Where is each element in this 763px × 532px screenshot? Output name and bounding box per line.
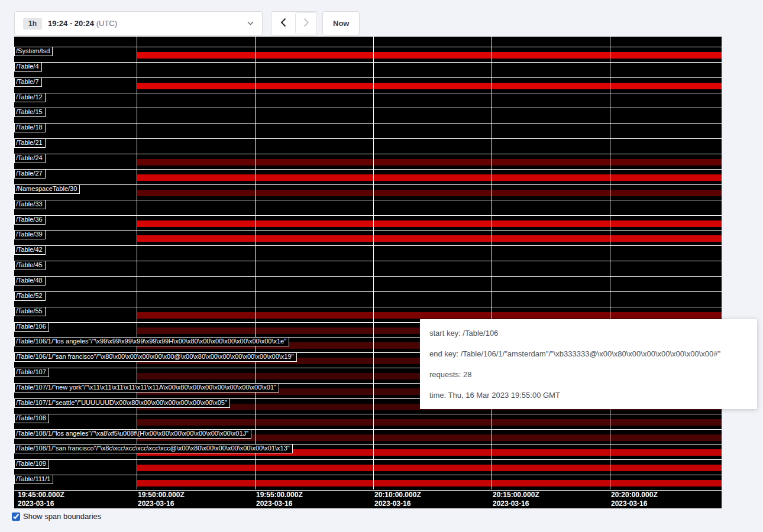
- span-boundary-line: [14, 291, 722, 292]
- heatmap-band[interactable]: [137, 419, 722, 426]
- heatmap-band[interactable]: [137, 465, 722, 471]
- span-boundary-line: [14, 154, 722, 154]
- tooltip-line: requests: 28: [420, 364, 757, 385]
- span-boundary-line: [14, 261, 722, 261]
- chevron-right-icon: [303, 18, 309, 29]
- span-label: /System/tsd: [14, 47, 53, 56]
- hover-tooltip: start key: /Table/106end key: /Table/106…: [420, 319, 757, 409]
- span-label: /Table/27: [14, 169, 46, 179]
- heatmap-band[interactable]: [137, 190, 722, 196]
- time-axis-label: 20:20:00.000Z2023-03-16: [611, 491, 658, 508]
- span-boundary-line: [14, 62, 722, 63]
- span-boundary-line: [14, 93, 722, 93]
- time-axis-label: 19:50:00.000Z2023-03-16: [138, 491, 185, 508]
- span-label: /Table/21: [14, 138, 46, 148]
- heatmap-band[interactable]: [137, 480, 722, 486]
- time-gridline: [373, 37, 374, 489]
- span-label: /Table/107: [14, 368, 49, 377]
- span-label: /Table/111/1: [14, 475, 53, 484]
- span-label: /Table/7: [14, 77, 42, 87]
- heatmap-band[interactable]: [137, 235, 722, 242]
- span-boundary-line: [14, 414, 722, 414]
- time-gridline: [137, 37, 137, 489]
- span-boundary-line: [14, 276, 722, 277]
- time-gridline: [255, 37, 256, 489]
- next-time-button[interactable]: [295, 12, 317, 34]
- show-span-boundaries-label: Show span boundaries: [23, 512, 101, 521]
- show-span-boundaries-checkbox[interactable]: [12, 512, 20, 521]
- time-range-value: 19:24 - 20:24: [48, 19, 94, 28]
- span-boundary-line: [14, 47, 722, 47]
- span-label: /Table/45: [14, 261, 46, 270]
- span-boundary-line: [14, 230, 722, 231]
- span-label: /Table/33: [14, 200, 46, 209]
- span-label: /Table/24: [14, 154, 46, 163]
- span-boundary-line: [14, 307, 722, 307]
- span-label: /Table/55: [14, 307, 46, 316]
- span-boundary-line: [14, 169, 722, 170]
- span-label: /Table/36: [14, 215, 46, 225]
- span-boundary-line: [14, 138, 722, 139]
- span-label: /Table/39: [14, 230, 46, 239]
- key-visualizer-canvas[interactable]: /System/tsd/Table/4/Table/7/Table/12/Tab…: [14, 37, 722, 508]
- span-label: /Table/106: [14, 322, 49, 332]
- span-boundary-line: [14, 108, 722, 108]
- span-label: /Table/109: [14, 459, 49, 469]
- tooltip-line: start key: /Table/106: [420, 323, 757, 343]
- span-label: /Table/42: [14, 245, 46, 255]
- span-label: /Table/108: [14, 414, 49, 423]
- span-label: /Table/52: [14, 291, 46, 301]
- span-label: /NamespaceTable/30: [14, 184, 80, 194]
- chevron-left-icon: [280, 18, 286, 29]
- span-boundary-line: [14, 459, 722, 460]
- heatmap-band[interactable]: [137, 174, 722, 181]
- heatmap-band[interactable]: [137, 83, 722, 89]
- key-visualizer-page: 1h 19:24 - 20:24 (UTC) Now /System/tsd/T…: [0, 0, 763, 532]
- time-axis-label: 20:10:00.000Z2023-03-16: [374, 491, 421, 508]
- span-label: /Table/48: [14, 276, 46, 286]
- time-gridline: [610, 37, 610, 489]
- span-boundary-line: [14, 184, 722, 185]
- span-label: /Table/108/1/"san francisco"/"\x8c\xcc\x…: [14, 444, 293, 453]
- span-boundary-line: [14, 475, 722, 475]
- span-boundary-line: [14, 200, 722, 200]
- span-label: /Table/107/1/"new york"/"\x11\x11\x11\x1…: [14, 383, 279, 392]
- heatmap-band[interactable]: [137, 159, 722, 166]
- time-range-label: 19:24 - 20:24 (UTC): [48, 19, 117, 28]
- prev-time-button[interactable]: [272, 12, 294, 34]
- heatmap-band[interactable]: [137, 220, 722, 227]
- span-boundary-line: [14, 77, 722, 78]
- span-label: /Table/12: [14, 93, 46, 102]
- timezone-label: (UTC): [96, 19, 117, 28]
- duration-badge: 1h: [23, 18, 42, 30]
- span-label: /Table/4: [14, 62, 42, 72]
- time-axis-label: 19:45:00.000Z2023-03-16: [18, 491, 64, 508]
- span-label: /Table/108/1/"los angeles"/"\xa8\xf5\u00…: [14, 429, 251, 439]
- span-label: /Table/107/1/"seattle"/"UUUUUUD\x00\x80\…: [14, 398, 230, 408]
- chevron-down-icon: [247, 21, 254, 25]
- time-gridline: [492, 37, 492, 489]
- time-axis-label: 19:55:00.000Z2023-03-16: [256, 491, 303, 508]
- span-boundary-line: [14, 215, 722, 216]
- heatmap-band[interactable]: [137, 312, 722, 319]
- span-label: /Table/106/1/"san francisco"/"\x80\x00\x…: [14, 352, 297, 362]
- time-range-picker[interactable]: 1h 19:24 - 20:24 (UTC): [14, 11, 263, 35]
- span-boundary-line: [14, 123, 722, 124]
- heatmap-band[interactable]: [137, 52, 722, 59]
- span-label: /Table/106/1/"los angeles"/"\x99\x99\x99…: [14, 337, 289, 346]
- span-label: /Table/18: [14, 123, 46, 132]
- span-boundary-line: [14, 245, 722, 246]
- time-nav-group: [271, 11, 318, 35]
- time-axis-label: 20:15:00.000Z2023-03-16: [493, 491, 539, 508]
- show-span-boundaries-control[interactable]: Show span boundaries: [12, 512, 101, 521]
- span-label: /Table/15: [14, 108, 46, 117]
- now-button[interactable]: Now: [322, 11, 360, 35]
- tooltip-line: end key: /Table/106/1/"amsterdam"/"\xb33…: [420, 343, 757, 364]
- tooltip-line: time: Thu, 16 Mar 2023 19:55:00 GMT: [420, 385, 757, 406]
